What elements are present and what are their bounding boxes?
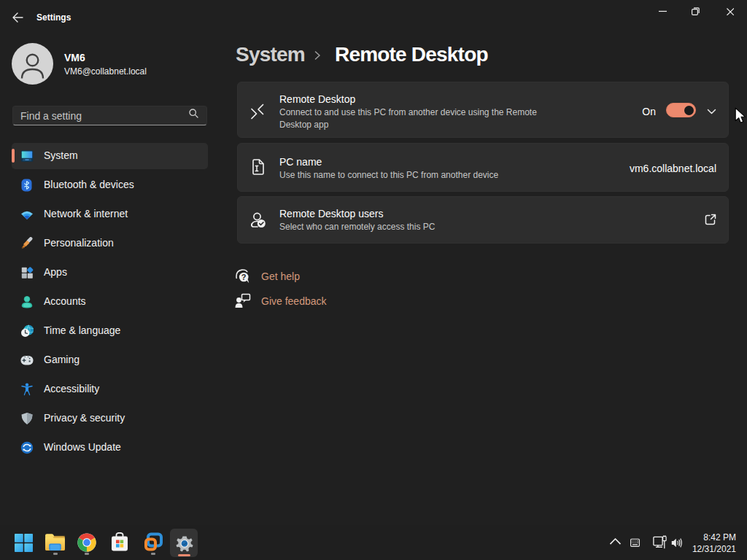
svg-text:?: ?: [241, 273, 247, 281]
